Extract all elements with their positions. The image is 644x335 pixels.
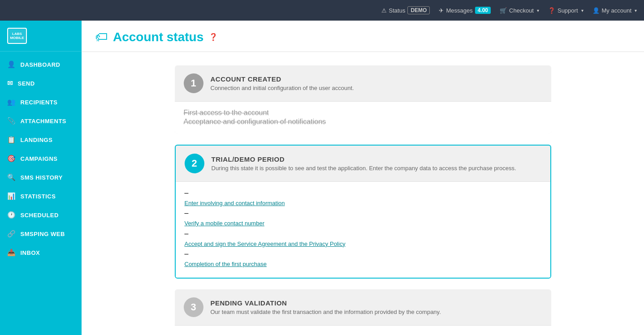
user-icon: 👤 [592,7,600,14]
step-number-3: 3 [184,297,203,317]
sidebar-item-scheduled[interactable]: 🕐 SCHEDULED [0,206,82,224]
step-title-1: ACCOUNT CREATED [211,75,354,83]
sidebar-item-campaigns[interactable]: 🎯 CAMPAIGNS [0,149,82,168]
status-label: Status [389,7,406,14]
cart-icon: 🛒 [500,7,507,14]
checkout-chevron: ▾ [537,8,539,13]
logo-line1: LABS [12,32,22,36]
step-card-2: 2 TRIAL/DEMO PERIOD During this state it… [175,145,551,279]
sidebar-item-inbox[interactable]: 📥 INBOX [0,243,82,262]
step2-item-prefix-3: – [185,230,541,238]
checkout-nav[interactable]: 🛒 Checkout ▾ [500,7,539,14]
smsping-icon: 🔗 [7,230,16,238]
page-content: 1 ACCOUNT CREATED Connection and initial… [161,52,565,335]
step2-item-prefix-2: – [185,209,541,217]
warning-icon: ⚠ [381,7,387,14]
logo-line2: MOBILE [10,36,24,40]
page-title-icon: 🏷 [95,30,108,44]
sidebar-item-smsping-web[interactable]: 🔗 SMSPING WEB [0,224,82,243]
step-desc-2: During this state it is possible to see … [212,165,516,172]
sidebar-label-recipients: RECIPIENTS [21,99,58,106]
sidebar-logo: LABS MOBILE [0,21,82,52]
step1-item2: Acceptance and configuration of notifica… [184,118,542,126]
step-number-2: 2 [185,154,204,173]
sidebar-item-recipients[interactable]: 👥 RECIPIENTS [0,93,82,112]
statistics-icon: 📊 [7,192,16,200]
sidebar-label-scheduled: SCHEDULED [21,212,59,219]
step2-link-3[interactable]: Accept and sign the Service Agreement an… [185,239,541,249]
send-icon: ✉ [7,79,13,87]
checkout-label: Checkout [509,7,534,14]
sidebar-item-dashboard[interactable]: 👤 DASHBOARD [0,55,82,74]
step2-link-1[interactable]: Enter involving and contact information [185,198,541,208]
scheduled-icon: 🕐 [7,211,16,219]
messages-nav[interactable]: ✈ Messages 4.00 [439,7,491,14]
step-header-text-1: ACCOUNT CREATED Connection and initial c… [211,75,354,91]
step-body-3: – In a maximum of 24 hours the account w… [175,325,551,335]
messages-label: Messages [446,7,472,14]
sidebar-label-landings: LANDINGS [21,137,53,143]
page-title: Account status [113,30,203,44]
step-title-2: TRIAL/DEMO PERIOD [212,155,516,163]
sidebar-label-statistics: STATISTICS [21,193,56,200]
sidebar-nav: 👤 DASHBOARD ✉ SEND 👥 RECIPIENTS 📎 ATTACH… [0,52,82,266]
dashboard-icon: 👤 [7,60,16,69]
sidebar-label-attachments: ATTACHMENTS [21,118,67,125]
status-indicator: ⚠ Status DEMO [381,6,430,14]
status-badge: DEMO [407,6,430,14]
step1-item1: First access to the account [184,109,542,117]
inbox-icon: 📥 [7,249,16,257]
step-card-3: 3 PENDING VALIDATION Our team must valid… [175,289,551,335]
sidebar-label-send: SEND [18,80,35,87]
step2-item-prefix-4: – [185,250,541,258]
step-header-1: 1 ACCOUNT CREATED Connection and initial… [175,65,551,101]
messages-count: 4.00 [475,7,491,14]
step-body-1: First access to the account Acceptance a… [175,101,551,134]
step-header-3: 3 PENDING VALIDATION Our team must valid… [175,289,551,325]
support-chevron: ▾ [581,8,583,13]
help-icon[interactable]: ❓ [209,33,218,41]
sms-history-icon: 🔍 [7,173,16,181]
sidebar-item-statistics[interactable]: 📊 STATISTICS [0,187,82,206]
sidebar-item-sms-history[interactable]: 🔍 SMS HISTORY [0,168,82,187]
recipients-icon: 👥 [7,98,16,106]
step-desc-3: Our team must validate the first transac… [211,309,441,315]
support-nav[interactable]: ❓ Support ▾ [548,7,583,14]
top-nav: ⚠ Status DEMO ✈ Messages 4.00 🛒 Checkout… [0,0,644,21]
step3-item1: – In a maximum of 24 hours the account w… [184,333,542,335]
sidebar: LABS MOBILE 👤 DASHBOARD ✉ SEND 👥 RECIPIE… [0,21,82,335]
step2-link-4[interactable]: Completion of the first purchase [185,259,541,269]
step-header-2: 2 TRIAL/DEMO PERIOD During this state it… [176,146,550,181]
account-label: My account [602,7,631,14]
step-desc-1: Connection and initial configuration of … [211,85,354,91]
account-nav[interactable]: 👤 My account ▾ [592,7,637,14]
step-card-1: 1 ACCOUNT CREATED Connection and initial… [175,65,551,134]
sidebar-item-send[interactable]: ✉ SEND [0,74,82,93]
sidebar-label-dashboard: DASHBOARD [21,61,61,68]
page-header: 🏷 Account status ❓ [82,21,644,52]
main-content: 🏷 Account status ❓ 1 ACCOUNT CREATED Con… [82,21,644,335]
step2-item-prefix-1: – [185,189,541,197]
sidebar-item-landings[interactable]: 📋 LANDINGS [0,130,82,149]
step-header-text-3: PENDING VALIDATION Our team must validat… [211,299,441,315]
landings-icon: 📋 [7,136,16,144]
support-label: Support [558,7,578,14]
step-header-text-2: TRIAL/DEMO PERIOD During this state it i… [212,155,516,172]
campaigns-icon: 🎯 [7,155,16,163]
step-number-1: 1 [184,73,203,93]
step-body-2: – Enter involving and contact informatio… [176,181,550,278]
attachments-icon: 📎 [7,117,16,125]
sidebar-item-attachments[interactable]: 📎 ATTACHMENTS [0,112,82,130]
logo-icon: LABS MOBILE [7,28,27,44]
sidebar-label-campaigns: CAMPAIGNS [21,155,58,162]
question-icon: ❓ [548,7,555,14]
sidebar-label-smsping: SMSPING WEB [21,231,65,237]
send-icon: ✈ [439,7,444,14]
step2-link-2[interactable]: Verify a mobile contact number [185,218,541,228]
sidebar-label-sms-history: SMS HISTORY [21,174,63,181]
sidebar-label-inbox: INBOX [21,249,40,256]
account-chevron: ▾ [635,8,637,13]
step-title-3: PENDING VALIDATION [211,299,441,307]
